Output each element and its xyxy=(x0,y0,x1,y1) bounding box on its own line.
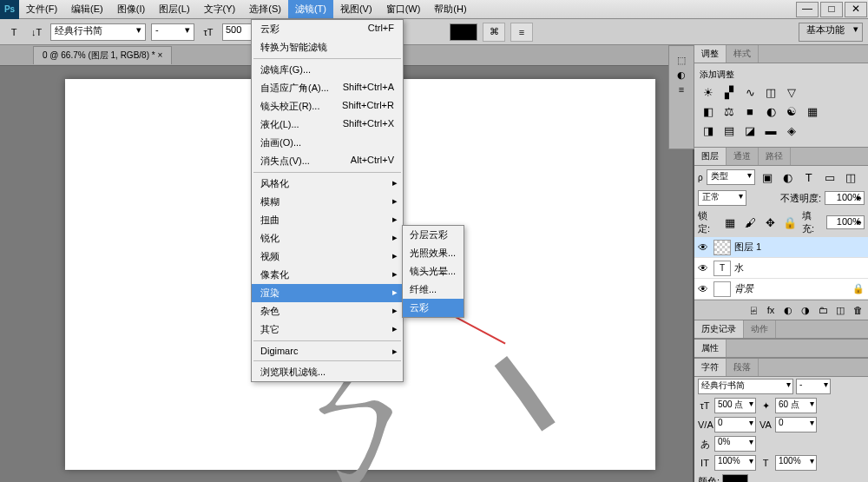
workspace-select[interactable]: 基本功能 xyxy=(799,23,863,42)
filter-item[interactable]: 视频 xyxy=(252,248,403,266)
menu-文字(Y)[interactable]: 文字(Y) xyxy=(197,0,243,18)
menu-帮助(H)[interactable]: 帮助(H) xyxy=(427,0,473,18)
invert-icon[interactable]: ◨ xyxy=(700,122,717,138)
char-font-select[interactable]: 经典行书简 xyxy=(698,379,793,394)
balance-icon[interactable]: ⚖ xyxy=(720,103,738,119)
curves-icon[interactable]: ∿ xyxy=(741,84,759,100)
menu-滤镜(T)[interactable]: 滤镜(T) xyxy=(288,0,333,18)
menu-图像(I)[interactable]: 图像(I) xyxy=(110,0,152,18)
tab-actions[interactable]: 动作 xyxy=(744,320,776,338)
adjustment-layer-icon[interactable]: ◑ xyxy=(798,303,813,317)
filter-item[interactable]: 云彩Ctrl+F xyxy=(252,20,403,38)
filter-item[interactable]: 浏览联机滤镜... xyxy=(252,363,403,381)
filter-item[interactable]: 风格化 xyxy=(252,175,403,193)
filter-item[interactable]: 镜头校正(R)...Shift+Ctrl+R xyxy=(252,97,403,116)
vibrance-icon[interactable]: ▽ xyxy=(783,84,800,100)
tab-paragraph[interactable]: 段落 xyxy=(727,359,759,376)
render-item[interactable]: 云彩 xyxy=(403,299,464,317)
filter-item[interactable]: 自适应广角(A)...Shift+Ctrl+A xyxy=(252,79,403,97)
opacity-input[interactable]: 100% xyxy=(825,191,865,205)
char-kern-input[interactable]: 0 xyxy=(714,417,756,432)
brightness-icon[interactable]: ☀ xyxy=(700,84,717,100)
filter-item[interactable]: 像素化 xyxy=(252,266,403,284)
filter-item[interactable]: 锐化 xyxy=(252,229,403,248)
filter-shape-icon[interactable]: ▭ xyxy=(821,169,838,185)
close-button[interactable]: ✕ xyxy=(845,2,867,17)
photo-filter-icon[interactable]: ◐ xyxy=(762,103,779,119)
lock-all-icon[interactable]: 🔒 xyxy=(782,215,799,230)
tab-adjustments[interactable]: 调整 xyxy=(694,45,727,63)
text-color-swatch[interactable] xyxy=(450,23,477,41)
char-leading-input[interactable]: 60 点 xyxy=(775,398,817,413)
char-track-input[interactable]: 0 xyxy=(775,417,817,432)
group-icon[interactable]: 🗀 xyxy=(815,303,831,317)
char-style-select[interactable]: - xyxy=(796,379,831,394)
char-scale-input[interactable]: 0% xyxy=(714,436,756,452)
font-style-select[interactable]: - xyxy=(151,23,194,41)
filter-item[interactable]: 模糊 xyxy=(252,193,403,211)
filter-item[interactable]: 其它 xyxy=(252,320,403,339)
orientation-icon[interactable]: ↓T xyxy=(28,23,45,41)
menu-编辑(E)[interactable]: 编辑(E) xyxy=(64,0,110,18)
layer-row[interactable]: 👁背景🔒 xyxy=(694,279,868,300)
tab-properties[interactable]: 属性 xyxy=(694,340,727,357)
tab-layers[interactable]: 图层 xyxy=(694,148,727,165)
tab-history[interactable]: 历史记录 xyxy=(694,320,744,338)
tab-channels[interactable]: 通道 xyxy=(727,148,759,165)
mask-icon[interactable]: ◐ xyxy=(780,303,796,317)
lock-move-icon[interactable]: ✥ xyxy=(762,215,779,230)
filter-item[interactable]: 渲染 xyxy=(252,284,403,302)
layer-row[interactable]: 👁T水 xyxy=(694,258,868,279)
filter-img-icon[interactable]: ▣ xyxy=(759,169,776,185)
hue-icon[interactable]: ◧ xyxy=(700,103,717,119)
filter-item[interactable]: 消失点(V)...Alt+Ctrl+V xyxy=(252,152,403,170)
selective-icon[interactable]: ◈ xyxy=(783,122,800,138)
filter-smart-icon[interactable]: ◫ xyxy=(842,169,859,185)
font-family-select[interactable]: 经典行书简 xyxy=(50,23,146,41)
filter-kind-select[interactable]: 类型 xyxy=(707,169,755,185)
dock-icon[interactable]: ◐ xyxy=(677,69,686,81)
blend-mode-select[interactable]: 正常 xyxy=(698,190,746,206)
gradient-map-icon[interactable]: ▬ xyxy=(762,122,779,138)
dock-icon[interactable]: ≡ xyxy=(679,84,684,95)
exposure-icon[interactable]: ◫ xyxy=(762,84,779,100)
render-item[interactable]: 分层云彩 xyxy=(403,226,464,244)
document-tab[interactable]: 0 @ 66.7% (图层 1, RGB/8) * × xyxy=(33,46,172,64)
tab-paths[interactable]: 路径 xyxy=(759,148,791,165)
menu-窗口(W)[interactable]: 窗口(W) xyxy=(379,0,428,18)
dock-icon[interactable]: ⬚ xyxy=(677,55,686,66)
filter-type-icon[interactable]: T xyxy=(800,169,818,185)
bw-icon[interactable]: ■ xyxy=(741,103,759,119)
new-layer-icon[interactable]: ◫ xyxy=(832,303,848,317)
menu-选择(S)[interactable]: 选择(S) xyxy=(242,0,288,18)
filter-item[interactable]: Digimarc xyxy=(252,343,403,359)
link-layers-icon[interactable]: ⍯ xyxy=(746,303,761,317)
render-item[interactable]: 镜头光晕... xyxy=(403,262,464,281)
tab-character[interactable]: 字符 xyxy=(694,359,727,376)
menu-图层(L)[interactable]: 图层(L) xyxy=(152,0,196,18)
filter-adj-icon[interactable]: ◐ xyxy=(779,169,797,185)
mixer-icon[interactable]: ☯ xyxy=(783,103,800,119)
filter-item[interactable]: 杂色 xyxy=(252,302,403,320)
delete-layer-icon[interactable]: 🗑 xyxy=(850,303,865,317)
posterize-icon[interactable]: ▤ xyxy=(720,122,738,138)
menu-视图(V)[interactable]: 视图(V) xyxy=(333,0,379,18)
char-vscale-input[interactable]: 100% xyxy=(714,455,756,471)
char-size-input[interactable]: 500 点 xyxy=(714,398,756,413)
filter-item[interactable]: 油画(O)... xyxy=(252,134,403,152)
filter-item[interactable]: 液化(L)...Shift+Ctrl+X xyxy=(252,116,403,134)
filter-item[interactable]: 滤镜库(G)... xyxy=(252,61,403,79)
levels-icon[interactable]: ▞ xyxy=(720,84,738,100)
char-panel-button[interactable]: ≡ xyxy=(510,23,533,42)
fx-icon[interactable]: fx xyxy=(763,303,779,317)
collapsed-dock[interactable]: ⬚ ◐ ≡ xyxy=(668,45,694,149)
char-hscale-input[interactable]: 100% xyxy=(775,455,817,471)
visibility-icon[interactable]: 👁 xyxy=(698,241,710,254)
lock-paint-icon[interactable]: 🖌 xyxy=(742,215,759,230)
warp-text-button[interactable]: ⌘ xyxy=(483,23,505,42)
filter-item[interactable]: 转换为智能滤镜 xyxy=(252,38,403,56)
char-color-swatch[interactable] xyxy=(722,474,748,482)
layer-row[interactable]: 👁图层 1 xyxy=(694,237,868,258)
threshold-icon[interactable]: ◪ xyxy=(741,122,759,138)
minimize-button[interactable]: — xyxy=(796,2,819,17)
